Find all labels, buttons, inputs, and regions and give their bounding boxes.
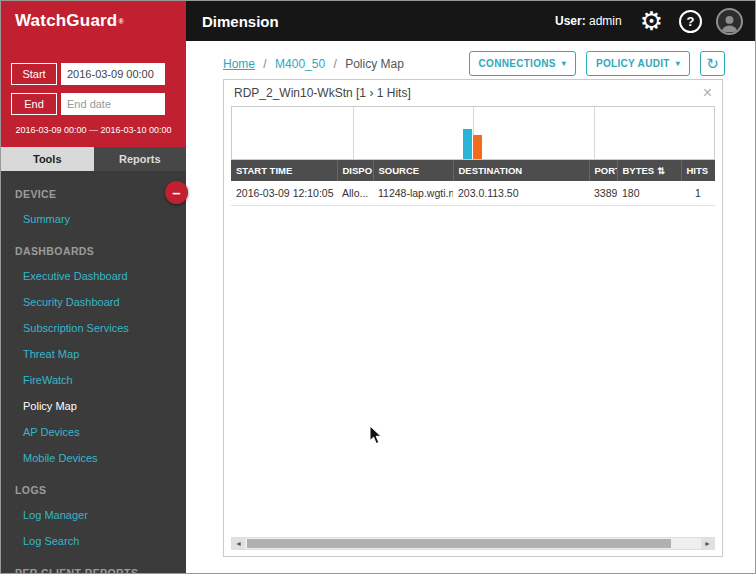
column-header-bytes[interactable]: BYTES⇅ [617, 160, 681, 181]
end-date-button[interactable]: End [11, 93, 57, 115]
app-title: Dimension [202, 13, 279, 30]
policy-audit-button-label: POLICY AUDIT [596, 58, 670, 69]
help-icon[interactable]: ? [679, 10, 702, 33]
scroll-left-icon[interactable]: ◄ [232, 538, 245, 549]
sidebar-item-log-manager[interactable]: Log Manager [1, 502, 186, 528]
cell-start-time: 2016-03-09 12:10:05 [231, 181, 337, 206]
column-header-disposition[interactable]: DISPO [337, 160, 373, 181]
sidebar-tabs: Tools Reports [1, 147, 186, 171]
chevron-down-icon: ▾ [676, 59, 680, 68]
table-row[interactable]: 2016-03-09 12:10:05 Allo... 11248-lap.wg… [231, 181, 715, 206]
sidebar-item-security-dashboard[interactable]: Security Dashboard [1, 289, 186, 315]
sidebar-item-mobile-devices[interactable]: Mobile Devices [1, 445, 186, 471]
sidebar-item-summary[interactable]: Summary [1, 206, 186, 232]
section-device: DEVICE – [1, 175, 186, 206]
person-icon [719, 12, 740, 33]
cell-destination: 203.0.113.50 [453, 181, 589, 206]
policy-detail-panel: RDP_2_Win10-WkStn [1 › 1 Hits] × START T… [223, 79, 723, 557]
user-info: User: admin [555, 14, 622, 28]
collapse-sidebar-button[interactable]: – [165, 181, 188, 204]
connections-button-label: CONNECTIONS [479, 58, 556, 69]
user-avatar-icon[interactable] [716, 8, 743, 35]
policy-audit-button[interactable]: POLICY AUDIT ▾ [586, 51, 690, 76]
bytes-label: BYTES [623, 165, 655, 176]
main-topbar: Home / M400_50 / Policy Map CONNECTIONS … [223, 51, 725, 76]
sidebar-nav: DEVICE – Summary DASHBOARDS Executive Da… [1, 171, 186, 574]
sort-icon: ⇅ [657, 166, 665, 176]
column-header-port[interactable]: PORT [589, 160, 617, 181]
section-logs: LOGS [1, 471, 186, 502]
breadcrumb-separator: / [263, 57, 266, 71]
connections-button[interactable]: CONNECTIONS ▾ [469, 51, 577, 76]
app-window: WatchGuard® Dimension User: admin ⚙ ? St… [0, 0, 756, 574]
chevron-down-icon: ▾ [562, 59, 566, 68]
sidebar-item-ap-devices[interactable]: AP Devices [1, 419, 186, 445]
chart-bar-orange [473, 135, 482, 159]
header-bar: Dimension User: admin ⚙ ? [186, 1, 755, 41]
sidebar-item-firewatch[interactable]: FireWatch [1, 367, 186, 393]
refresh-icon: ↻ [706, 55, 719, 73]
tab-tools[interactable]: Tools [1, 147, 94, 171]
column-header-hits[interactable]: HITS [681, 160, 715, 181]
page-actions: CONNECTIONS ▾ POLICY AUDIT ▾ ↻ [469, 51, 725, 76]
cell-source: 11248-lap.wgti.net [373, 181, 453, 206]
user-name: admin [589, 14, 622, 28]
start-date-button[interactable]: Start [11, 63, 57, 85]
sidebar-item-executive-dashboard[interactable]: Executive Dashboard [1, 263, 186, 289]
watchguard-logo: WatchGuard® [1, 1, 186, 41]
sidebar-item-threat-map[interactable]: Threat Map [1, 341, 186, 367]
top-header: WatchGuard® Dimension User: admin ⚙ ? [1, 1, 755, 41]
selected-range-text: 2016-03-09 00:00 — 2016-03-10 00:00 [11, 125, 186, 135]
breadcrumb: Home / M400_50 / Policy Map [223, 57, 404, 71]
section-device-label: DEVICE [15, 188, 57, 200]
breadcrumb-separator: / [333, 57, 336, 71]
start-date-input[interactable] [61, 63, 165, 85]
settings-gear-icon[interactable]: ⚙ [640, 8, 663, 34]
cell-bytes: 180 [617, 181, 681, 206]
chart-gridline [353, 107, 354, 159]
end-date-input[interactable] [61, 93, 165, 115]
table-header-row: START TIME DISPO SOURCE DESTINATION PORT… [231, 160, 715, 181]
hits-timeline-chart [231, 106, 715, 160]
registered-mark: ® [118, 18, 123, 25]
logo-text: WatchGuard [15, 11, 117, 31]
column-header-start-time[interactable]: START TIME [231, 160, 337, 181]
connections-table: START TIME DISPO SOURCE DESTINATION PORT… [231, 160, 715, 206]
breadcrumb-home[interactable]: Home [223, 57, 255, 71]
cell-hits: 1 [681, 181, 715, 206]
scrollbar-thumb[interactable] [247, 539, 671, 548]
section-dashboards: DASHBOARDS [1, 232, 186, 263]
section-per-client-reports: PER CLIENT REPORTS [1, 554, 186, 574]
close-icon[interactable]: × [703, 85, 712, 101]
horizontal-scrollbar[interactable]: ◄ ► [231, 537, 715, 550]
column-header-destination[interactable]: DESTINATION [453, 160, 589, 181]
breadcrumb-device[interactable]: M400_50 [275, 57, 325, 71]
refresh-button[interactable]: ↻ [700, 51, 725, 76]
scroll-right-icon[interactable]: ► [701, 538, 714, 549]
cell-port: 3389 [589, 181, 617, 206]
sidebar-item-subscription-services[interactable]: Subscription Services [1, 315, 186, 341]
chart-gridline [594, 107, 595, 159]
panel-title: RDP_2_Win10-WkStn [1 › 1 Hits] [234, 86, 411, 100]
user-label: User: [555, 14, 586, 28]
cell-disposition: Allo... [337, 181, 373, 206]
breadcrumb-current: Policy Map [345, 57, 404, 71]
date-range-panel: Start End 2016-03-09 00:00 — 2016-03-10 … [1, 41, 186, 147]
tab-reports[interactable]: Reports [94, 147, 187, 171]
chart-bar-cyan [463, 129, 472, 159]
sidebar-item-policy-map[interactable]: Policy Map [1, 393, 186, 419]
sidebar-item-log-search[interactable]: Log Search [1, 528, 186, 554]
scrollbar-track[interactable] [245, 538, 701, 549]
main-content: Home / M400_50 / Policy Map CONNECTIONS … [186, 41, 755, 573]
column-header-source[interactable]: SOURCE [373, 160, 453, 181]
sidebar: Start End 2016-03-09 00:00 — 2016-03-10 … [1, 41, 186, 573]
